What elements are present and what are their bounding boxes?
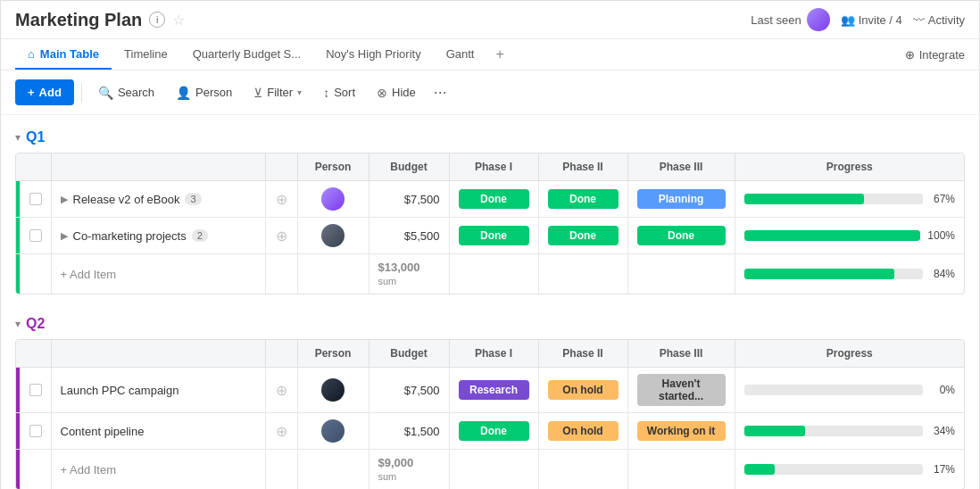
q2-row2-phase1: Done <box>449 413 538 450</box>
q1-row1-add-icon[interactable]: ⊕ <box>265 181 297 218</box>
q1-row1-name-cell: ▶ Release v2 of eBook 3 <box>51 181 265 218</box>
q2-footer-budget: $9,000 sum <box>369 450 449 490</box>
q1-footer-add[interactable]: + Add Item <box>51 254 265 294</box>
q1-add-item-text: + Add Item <box>61 268 117 281</box>
q2-row1-avatar <box>307 378 360 402</box>
tab-high-priority-label: Noy's High Priority <box>326 47 421 61</box>
tab-timeline[interactable]: Timeline <box>112 40 180 70</box>
group-q2-table: Person Budget Phase I Phase II Phase III… <box>15 339 965 489</box>
q1-row2-progress: 100% <box>735 218 964 254</box>
th-budget-q2: Budget <box>369 340 449 368</box>
q2-row2-name: Content pipeline <box>61 425 256 438</box>
q2-row1-add-icon[interactable]: ⊕ <box>265 368 297 413</box>
q2-footer-phase2 <box>538 450 627 490</box>
tabs-bar: ⌂ Main Table Timeline Quarterly Budget S… <box>1 39 979 70</box>
person-button[interactable]: 👤 Person <box>167 80 241 105</box>
th-phase1-q2: Phase I <box>449 340 538 368</box>
activity-button[interactable]: 〰 Activity <box>913 13 965 27</box>
q1-footer-phase3 <box>627 254 735 294</box>
q2-row2-checkbox[interactable] <box>20 413 51 450</box>
q2-row2-phase3: Working on it <box>627 413 735 450</box>
q1-row1-phase1: Done <box>449 181 538 218</box>
q2-footer-add[interactable]: + Add Item <box>51 450 265 490</box>
search-button[interactable]: 🔍 Search <box>89 80 163 105</box>
sort-button[interactable]: ↕ Sort <box>314 80 364 105</box>
q1-row1-person <box>297 181 369 218</box>
q2-row2-phase2: On hold <box>538 413 627 450</box>
filter-label: Filter <box>267 86 293 99</box>
group-q2: ▾ Q2 <box>15 316 965 489</box>
search-label: Search <box>118 86 154 99</box>
q2-row1-phase1: Research <box>449 368 538 413</box>
invite-icon: 👥 <box>841 13 855 27</box>
group-q2-header[interactable]: ▾ Q2 <box>15 316 965 332</box>
q2-footer-progress-bar <box>744 464 924 475</box>
filter-button[interactable]: ⊻ Filter ▾ <box>245 80 311 105</box>
group-q1-header[interactable]: ▾ Q1 <box>15 129 965 145</box>
q2-row1-avatar-img <box>321 378 345 402</box>
q1-row1-progress: 67% <box>735 181 964 218</box>
q1-table-element: Person Budget Phase I Phase II Phase III… <box>16 153 964 294</box>
q1-row1-expand-icon[interactable]: ▶ <box>61 194 68 205</box>
q2-row2-avatar <box>307 419 360 443</box>
th-phase2-q1: Phase II <box>538 153 627 181</box>
q2-add-item-row[interactable]: + Add Item $9,000 sum <box>16 450 964 490</box>
q2-row2-phase1-badge: Done <box>459 421 529 441</box>
th-budget-q1: Budget <box>369 153 449 181</box>
hide-button[interactable]: ⊗ Hide <box>368 80 425 105</box>
th-progress-q1: Progress <box>735 153 964 181</box>
tab-main-table-label: Main Table <box>40 47 99 61</box>
add-label: Add <box>39 86 62 99</box>
q1-row2-checkbox[interactable] <box>20 218 51 254</box>
q2-row2-progress-cell: 34% <box>744 425 956 437</box>
q1-row1-phase3-badge: Planning <box>637 189 726 209</box>
q2-footer-spacer1 <box>265 450 297 490</box>
q1-row1-phase3: Planning <box>627 181 735 218</box>
header-left: Marketing Plan i ☆ <box>15 10 185 30</box>
q1-footer-progress-cell: 84% <box>744 268 956 280</box>
q2-budget-total: $9,000 <box>378 456 440 469</box>
q1-add-item-row[interactable]: + Add Item $13,000 sum <box>16 254 964 294</box>
tab-quarterly-label: Quarterly Budget S... <box>193 47 301 61</box>
q1-row2-name-cell: ▶ Co-marketing projects 2 <box>51 218 265 254</box>
q1-row1-budget: $7,500 <box>369 181 449 218</box>
q1-budget-total: $13,000 <box>378 261 440 274</box>
q2-row1-checkbox[interactable] <box>20 368 51 413</box>
q1-footer-spacer1 <box>265 254 297 294</box>
q1-row2-phase1: Done <box>449 218 538 254</box>
q2-row2-progress-pct: 34% <box>930 425 955 437</box>
q2-row2-add-icon[interactable]: ⊕ <box>265 413 297 450</box>
q1-row1-checkbox[interactable] <box>20 181 51 218</box>
th-phase2-q2: Phase II <box>538 340 627 368</box>
th-progress-q2: Progress <box>735 340 964 368</box>
q1-footer-budget: $13,000 sum <box>369 254 449 294</box>
activity-label: Activity <box>928 13 965 27</box>
q2-footer-progress-fill <box>744 464 775 475</box>
group-q1-title: Q1 <box>26 129 45 145</box>
q1-row1-label: Release v2 of eBook <box>73 193 180 206</box>
tab-main-table[interactable]: ⌂ Main Table <box>15 40 112 70</box>
tab-add-button[interactable]: + <box>486 39 512 70</box>
invite-button[interactable]: 👥 Invite / 4 <box>841 13 902 27</box>
tab-quarterly[interactable]: Quarterly Budget S... <box>180 40 313 70</box>
th-phase1-q1: Phase I <box>449 153 538 181</box>
integrate-button[interactable]: ⊕ Integrate <box>905 48 965 62</box>
q1-row1-progress-bar <box>744 194 924 204</box>
group-q2-title: Q2 <box>26 316 45 332</box>
q1-row2-progress-bar <box>744 230 921 241</box>
star-icon[interactable]: ☆ <box>172 12 185 29</box>
q2-row2-progress-bar <box>744 426 924 436</box>
add-button[interactable]: + Add <box>15 79 74 105</box>
q1-row1-count: 3 <box>185 193 201 205</box>
q1-row2-budget: $5,500 <box>369 218 449 254</box>
q1-row2-phase1-badge: Done <box>459 226 529 245</box>
tab-high-priority[interactable]: Noy's High Priority <box>313 40 434 70</box>
q1-row2-add-icon[interactable]: ⊕ <box>265 218 297 254</box>
tab-gantt[interactable]: Gantt <box>434 40 487 70</box>
integrate-label: Integrate <box>919 48 965 62</box>
more-button[interactable]: ··· <box>428 79 453 105</box>
q1-row2-expand-icon[interactable]: ▶ <box>61 230 68 242</box>
app-title: Marketing Plan <box>15 10 142 30</box>
q1-row2-count: 2 <box>192 229 208 242</box>
info-icon[interactable]: i <box>149 12 165 28</box>
